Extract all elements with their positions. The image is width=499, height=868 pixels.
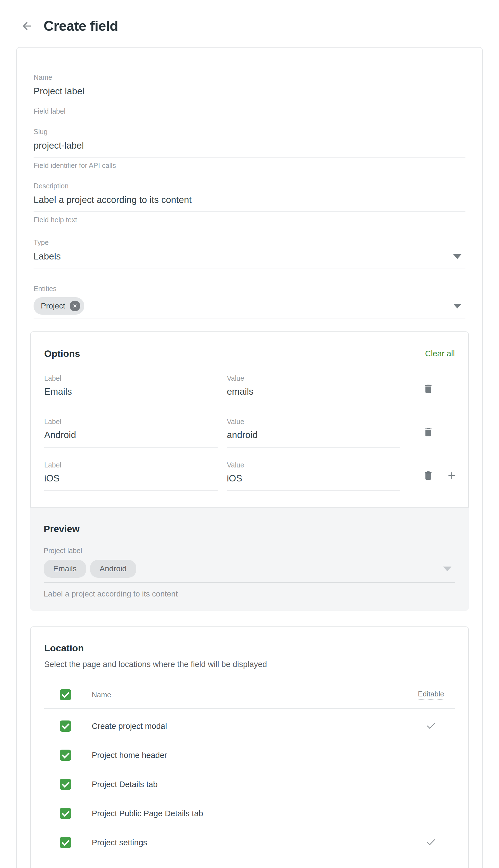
close-icon <box>72 303 78 309</box>
check-icon <box>425 836 437 849</box>
slug-input[interactable]: project-label <box>34 140 465 158</box>
option-value-caption: Value <box>227 374 400 382</box>
option-value-caption: Value <box>227 461 400 469</box>
location-table: Name Editable Create project modal Proje… <box>44 688 455 857</box>
location-row: Create project modal <box>44 712 455 741</box>
location-checkbox[interactable] <box>60 721 71 732</box>
option-row: Label Android Value android <box>44 418 455 448</box>
page-header: Create field <box>0 0 499 34</box>
option-label-input[interactable]: Emails <box>44 386 218 404</box>
location-row: Project settings <box>44 828 455 857</box>
preview-labels-select[interactable]: Emails Android <box>44 560 455 583</box>
location-panel: Location Select the page and locations w… <box>30 627 469 868</box>
type-field-label: Type <box>34 238 465 247</box>
trash-icon <box>423 470 434 481</box>
arrow-left-icon <box>21 20 33 32</box>
location-row-name: Project home header <box>71 751 407 760</box>
location-checkbox[interactable] <box>60 808 71 819</box>
location-checkbox[interactable] <box>60 779 71 790</box>
description-field-helper: Field help text <box>34 216 465 224</box>
description-input[interactable]: Label a project according to its content <box>34 194 465 212</box>
preview-chip-list: Emails Android <box>44 560 136 578</box>
chevron-down-icon <box>453 254 462 259</box>
options-title: Options <box>44 348 80 359</box>
location-col-editable: Editable <box>418 690 444 700</box>
name-field-helper: Field label <box>34 107 465 115</box>
location-subtitle: Select the page and locations where the … <box>44 660 455 669</box>
location-checkbox[interactable] <box>60 750 71 761</box>
preview-helper-text: Label a project according to its content <box>44 590 455 598</box>
location-row-name: Project Public Page Details tab <box>71 809 407 818</box>
entity-chip: Project <box>34 297 84 314</box>
location-col-name: Name <box>71 691 407 699</box>
option-label-input[interactable]: Android <box>44 430 218 448</box>
chevron-down-icon <box>453 304 462 308</box>
select-all-checkbox[interactable] <box>60 689 71 700</box>
option-value-input[interactable]: iOS <box>227 473 400 491</box>
back-button[interactable] <box>20 19 34 33</box>
option-row: Label iOS Value iOS <box>44 461 455 491</box>
option-value-input[interactable]: emails <box>227 386 400 404</box>
location-header-row: Name Editable <box>44 688 455 700</box>
trash-icon <box>423 383 434 394</box>
option-label-caption: Label <box>44 374 218 382</box>
option-row: Label Emails Value emails <box>44 374 455 404</box>
plus-icon <box>446 470 457 481</box>
description-field-label: Description <box>34 182 465 190</box>
option-value-caption: Value <box>227 418 400 426</box>
preview-panel: Preview Project label Emails Android Lab… <box>30 507 469 611</box>
remove-entity-button[interactable] <box>70 301 80 311</box>
location-checkbox[interactable] <box>60 837 71 848</box>
options-panel: Options Clear all Label Emails Value ema… <box>30 331 469 507</box>
location-row-name: Project Details tab <box>71 780 407 789</box>
location-title: Location <box>44 643 455 654</box>
option-label-caption: Label <box>44 418 218 426</box>
slug-field-helper: Field identifier for API calls <box>34 162 465 170</box>
name-field-label: Name <box>34 73 465 82</box>
description-field-block: Description Label a project according to… <box>34 182 465 224</box>
option-label-caption: Label <box>44 461 218 469</box>
check-icon <box>425 720 437 732</box>
preview-field-label: Project label <box>44 547 455 555</box>
chevron-down-icon <box>443 567 451 571</box>
location-row-name: Create project modal <box>71 722 407 731</box>
add-option-button[interactable] <box>446 470 458 481</box>
slug-field-label: Slug <box>34 128 465 136</box>
name-input[interactable]: Project label <box>34 86 465 103</box>
location-row-name: Project settings <box>71 838 407 847</box>
location-row: Project Details tab <box>44 770 455 799</box>
entities-field-block: Entities Project <box>34 285 465 319</box>
option-value-input[interactable]: android <box>227 430 400 448</box>
location-row: Project home header <box>44 741 455 770</box>
delete-option-button[interactable] <box>422 383 434 395</box>
name-field-block: Name Project label Field label <box>34 73 465 115</box>
delete-option-button[interactable] <box>422 470 434 481</box>
type-select[interactable]: Labels <box>34 251 465 269</box>
delete-option-button[interactable] <box>422 426 434 438</box>
create-field-card: Name Project label Field label Slug proj… <box>16 47 483 868</box>
trash-icon <box>423 427 434 438</box>
page-title: Create field <box>44 18 118 34</box>
location-row-list: Create project modal Project home header… <box>44 712 455 857</box>
options-header: Options Clear all <box>44 348 455 359</box>
option-label-input[interactable]: iOS <box>44 473 218 491</box>
table-header-divider <box>44 708 455 709</box>
entities-chip-list: Project <box>34 297 84 314</box>
preview-chip: Emails <box>44 560 86 578</box>
location-row: Project Public Page Details tab <box>44 799 455 828</box>
preview-title: Preview <box>44 523 455 534</box>
type-select-value: Labels <box>34 251 61 262</box>
entities-field-label: Entities <box>34 285 465 293</box>
options-row-list: Label Emails Value emails Label Android … <box>44 374 455 491</box>
preview-chip: Android <box>90 560 136 578</box>
clear-all-link[interactable]: Clear all <box>425 349 455 358</box>
type-field-block: Type Labels <box>34 238 465 269</box>
entity-chip-label: Project <box>41 301 65 310</box>
slug-field-block: Slug project-label Field identifier for … <box>34 128 465 170</box>
entities-select[interactable]: Project <box>34 297 465 319</box>
